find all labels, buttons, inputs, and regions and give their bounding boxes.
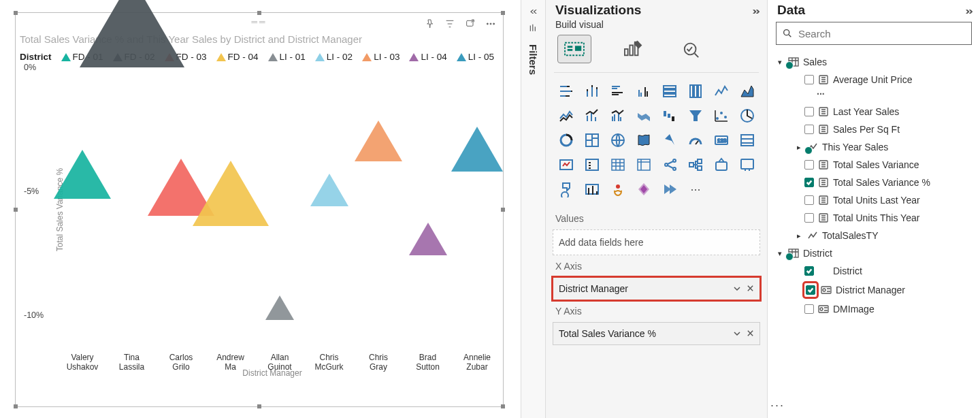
field-checkbox[interactable] <box>804 125 814 134</box>
chart-marker[interactable] <box>265 295 294 320</box>
field-row[interactable]: Total Sales Variance <box>776 156 972 174</box>
values-well[interactable]: Add data fields here <box>553 229 760 255</box>
chart-marker[interactable] <box>451 127 503 172</box>
multi-row-card-icon[interactable] <box>738 131 757 149</box>
area-chart-icon[interactable] <box>738 82 757 100</box>
chevron-down-icon[interactable]: ▾ <box>776 58 784 67</box>
chevron-down-icon[interactable] <box>733 329 741 338</box>
filter-icon[interactable] <box>444 18 455 31</box>
resize-handle[interactable] <box>14 404 18 408</box>
paginated-report-icon[interactable] <box>608 180 627 198</box>
resize-handle[interactable] <box>257 11 261 15</box>
format-visual-tab[interactable] <box>617 35 649 63</box>
treemap-icon[interactable] <box>583 131 602 149</box>
field-checkbox[interactable] <box>804 304 814 314</box>
chart-marker[interactable] <box>80 0 184 67</box>
field-row[interactable]: ▸TotalSalesTY <box>776 227 972 244</box>
donut-icon[interactable] <box>557 131 576 149</box>
search-input[interactable] <box>798 28 966 39</box>
stacked-bar-icon[interactable] <box>557 82 576 100</box>
remove-field-icon[interactable] <box>747 285 754 292</box>
pie-icon[interactable] <box>738 107 757 125</box>
field-checkbox[interactable] <box>804 160 814 170</box>
collapse-pane-icon[interactable]: » <box>965 5 973 16</box>
legend-item[interactable]: LI - 01 <box>268 52 306 62</box>
legend-item[interactable]: LI - 03 <box>362 52 399 62</box>
legend-item[interactable]: FD - 04 <box>216 52 259 62</box>
resize-handle[interactable] <box>257 404 261 408</box>
collapse-pane-icon[interactable]: » <box>752 5 760 16</box>
narrative-icon[interactable] <box>583 180 602 198</box>
field-checkbox[interactable] <box>804 107 814 116</box>
chevron-right-icon[interactable]: ▸ <box>795 231 803 240</box>
resize-handle[interactable] <box>14 208 18 212</box>
chart-marker[interactable] <box>409 223 447 255</box>
xaxis-field-pill[interactable]: District Manager <box>553 277 760 300</box>
remove-field-icon[interactable] <box>747 329 754 337</box>
chart-marker[interactable] <box>193 161 269 226</box>
field-checkbox[interactable] <box>804 75 814 84</box>
report-canvas[interactable]: ══ Total Sales Variance % and This Year … <box>0 0 521 418</box>
table-row-sales[interactable]: ▾ Sales <box>776 53 972 71</box>
more-visuals-icon[interactable]: ··· <box>686 180 705 198</box>
matrix-icon[interactable] <box>634 156 653 174</box>
waterfall-icon[interactable] <box>660 107 679 125</box>
hundred-stacked-column-icon[interactable] <box>686 82 705 100</box>
line-clustered-column-icon[interactable] <box>608 107 627 125</box>
search-input-wrapper[interactable] <box>776 22 972 45</box>
field-checkbox[interactable] <box>804 213 814 223</box>
chart-marker[interactable] <box>54 150 111 199</box>
python-visual-icon[interactable] <box>686 156 705 174</box>
resize-handle[interactable] <box>14 11 18 15</box>
field-checkbox[interactable] <box>806 285 815 295</box>
stacked-column-icon[interactable] <box>583 82 602 100</box>
filters-pane-collapsed[interactable]: « Filters <box>521 0 545 418</box>
pin-icon[interactable] <box>424 18 435 31</box>
analytics-tab[interactable] <box>675 35 708 63</box>
legend-item[interactable]: LI - 04 <box>409 52 446 62</box>
power-automate-icon[interactable] <box>660 180 679 198</box>
line-chart-icon[interactable] <box>712 82 731 100</box>
stacked-area-icon[interactable] <box>557 107 576 125</box>
table-icon[interactable] <box>608 156 627 174</box>
clustered-column-icon[interactable] <box>634 82 653 100</box>
chevron-right-icon[interactable]: ▸ <box>795 143 803 152</box>
field-checkbox[interactable] <box>804 195 814 205</box>
power-apps-icon[interactable] <box>634 180 653 198</box>
chevron-down-icon[interactable] <box>733 285 741 293</box>
field-row-district-manager[interactable]: District Manager <box>776 280 972 300</box>
visual-frame[interactable]: ══ Total Sales Variance % and This Year … <box>15 12 504 407</box>
more-icon[interactable]: ··· <box>770 398 785 413</box>
yaxis-field-pill[interactable]: Total Sales Variance % <box>553 322 760 345</box>
decomposition-tree-icon[interactable] <box>738 156 757 174</box>
chart-marker[interactable] <box>310 174 348 206</box>
focus-mode-icon[interactable] <box>465 18 476 31</box>
field-row[interactable]: Total Units This Year <box>776 209 972 227</box>
build-visual-tab[interactable] <box>558 35 591 63</box>
field-row[interactable]: Total Units Last Year <box>776 191 972 209</box>
hundred-stacked-bar-icon[interactable] <box>660 82 679 100</box>
legend-item[interactable]: LI - 05 <box>457 52 494 62</box>
card-icon[interactable]: 123 <box>712 131 731 149</box>
kpi-icon[interactable] <box>557 156 576 174</box>
resize-handle[interactable] <box>501 404 505 408</box>
azure-map-icon[interactable] <box>660 131 679 149</box>
clustered-bar-icon[interactable] <box>608 82 627 100</box>
ribbon-chart-icon[interactable] <box>634 107 653 125</box>
qa-icon[interactable] <box>557 180 576 198</box>
field-row[interactable]: Average Unit Price <box>776 71 972 89</box>
chart-marker[interactable] <box>355 120 402 161</box>
field-row[interactable]: DMImage <box>776 300 972 318</box>
field-row[interactable]: Sales Per Sq Ft <box>776 120 972 138</box>
drag-grip-icon[interactable]: ══ <box>251 17 267 27</box>
chevron-down-icon[interactable]: ▾ <box>776 249 784 258</box>
field-row[interactable]: Last Year Sales <box>776 103 972 120</box>
key-influencers-icon[interactable] <box>712 156 731 174</box>
funnel-icon[interactable] <box>686 107 705 125</box>
line-stacked-column-icon[interactable] <box>583 107 602 125</box>
slicer-icon[interactable] <box>583 156 602 174</box>
scatter-icon[interactable] <box>712 107 731 125</box>
resize-handle[interactable] <box>501 11 505 15</box>
more-options-icon[interactable] <box>485 18 496 31</box>
map-icon[interactable] <box>608 131 627 149</box>
